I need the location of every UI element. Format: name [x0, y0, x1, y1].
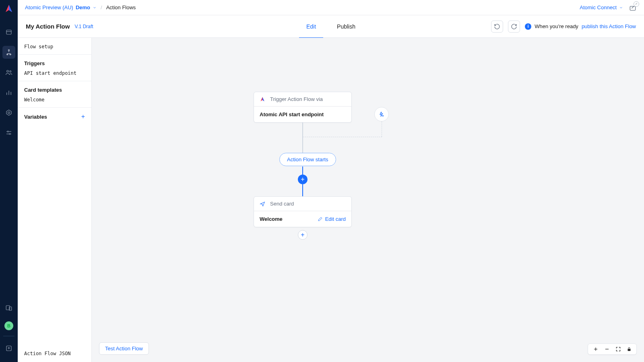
outline-triggers-title: Triggers [24, 60, 85, 66]
outline-cards: Card templates Welcome [18, 81, 91, 108]
connector-dash-vert [382, 121, 382, 137]
tab-edit[interactable]: Edit [306, 15, 316, 38]
tab-publish[interactable]: Publish [337, 15, 355, 38]
add-trigger-branch-button[interactable] [374, 107, 389, 121]
status-tray-button[interactable]: ✓ [629, 4, 637, 12]
node-trigger-head-label: Trigger Action Flow via [270, 96, 323, 102]
publish-hint: i When you're ready publish this Action … [525, 23, 636, 30]
nav-devices-icon[interactable] [2, 301, 15, 314]
user-avatar[interactable]: B [4, 321, 13, 330]
flow-title: My Action Flow [26, 23, 70, 30]
nav-flows-icon[interactable] [2, 46, 15, 59]
svg-marker-10 [6, 110, 11, 115]
connector-dash-horiz [303, 137, 382, 137]
check-icon: ✓ [634, 1, 639, 7]
zoom-controls [588, 343, 637, 355]
atomic-logo[interactable] [4, 4, 14, 14]
flow-starts-pill[interactable]: Action Flow starts [279, 153, 336, 166]
pencil-icon [318, 216, 323, 222]
undo-icon [494, 23, 500, 30]
zoom-out-button[interactable] [604, 346, 610, 352]
flow-version-badge[interactable]: V.1 Draft [74, 24, 93, 29]
node-send-card[interactable]: Send card Welcome Edit card [254, 196, 352, 227]
node-trigger-body-label: Atomic API start endpoint [260, 111, 324, 117]
atomic-connect-link[interactable]: Atomic Connect [580, 4, 623, 10]
svg-point-13 [7, 131, 8, 132]
flow-header: My Action Flow V.1 Draft Edit Publish i … [18, 15, 644, 38]
breadcrumb-sep: / [101, 4, 102, 10]
outline-flow-setup[interactable]: Flow setup [18, 38, 91, 55]
outline-triggers: Triggers API start endpoint [18, 55, 91, 81]
outline-flow-setup-label: Flow setup [24, 44, 53, 49]
nav-analytics-icon[interactable] [2, 86, 15, 99]
outline-json-link[interactable]: Action Flow JSON [18, 345, 91, 362]
avatar-initial: B [7, 323, 10, 328]
chevron-down-icon [93, 6, 97, 10]
edit-card-label: Edit card [325, 216, 346, 222]
connector-trigger-to-pill [302, 122, 303, 153]
outline-cards-title: Card templates [24, 87, 85, 93]
nav-settings-icon[interactable] [2, 106, 15, 119]
breadcrumb-bar: Atomic Preview (AU) Demo / Action Flows … [18, 0, 644, 15]
edit-card-link[interactable]: Edit card [318, 216, 346, 222]
org-env: Demo [76, 4, 90, 10]
org-switcher[interactable]: Atomic Preview (AU) Demo [25, 4, 97, 10]
chevron-down-icon [619, 6, 623, 10]
publish-flow-link[interactable]: publish this Action Flow [582, 23, 636, 29]
nav-cards-icon[interactable] [2, 26, 15, 39]
test-flow-button[interactable]: Test Action Flow [99, 342, 149, 355]
add-step-end-button[interactable]: + [298, 230, 308, 240]
svg-point-15 [9, 134, 10, 135]
zoom-in-button[interactable] [593, 346, 599, 352]
flow-tabs: Edit Publish [306, 15, 355, 38]
svg-point-11 [8, 112, 10, 114]
svg-point-2 [8, 49, 10, 51]
node-send-head-label: Send card [270, 201, 294, 207]
zoom-lock-button[interactable] [627, 346, 632, 352]
publish-hint-text: When you're ready [535, 23, 578, 29]
info-icon: i [525, 23, 531, 30]
outline-sidebar: Flow setup Triggers API start endpoint C… [18, 38, 92, 362]
outline-variables: Variables + [18, 108, 91, 125]
svg-point-6 [10, 71, 11, 72]
org-name: Atomic Preview (AU) [25, 4, 73, 10]
connector-plus-to-send [302, 184, 303, 196]
svg-rect-0 [6, 30, 11, 35]
nav-sliders-icon[interactable] [2, 126, 15, 139]
atomic-connect-label: Atomic Connect [580, 4, 617, 10]
send-icon [260, 201, 265, 207]
nav-users-icon[interactable] [2, 66, 15, 79]
zoom-fit-button[interactable] [615, 346, 621, 352]
nav-upload-icon[interactable] [2, 342, 15, 355]
outline-variables-title: Variables [24, 114, 47, 120]
rail-divider [3, 336, 14, 336]
outline-trigger-api[interactable]: API start endpoint [24, 70, 85, 76]
svg-rect-19 [630, 6, 635, 10]
node-trigger[interactable]: Trigger Action Flow via Atomic API start… [254, 92, 352, 123]
breadcrumb-page: Action Flows [106, 4, 136, 10]
redo-icon [511, 23, 517, 30]
svg-point-5 [7, 70, 9, 72]
flow-starts-label: Action Flow starts [287, 156, 328, 162]
redo-button[interactable] [508, 21, 520, 33]
node-send-body-label: Welcome [260, 216, 283, 222]
add-step-button[interactable]: + [298, 175, 308, 184]
atomic-mini-logo-icon [260, 97, 265, 102]
svg-rect-25 [628, 349, 631, 351]
bolt-plus-icon [378, 111, 385, 117]
nav-rail: B [0, 0, 18, 362]
add-variable-button[interactable]: + [81, 113, 85, 120]
undo-button[interactable] [491, 21, 503, 33]
flow-canvas[interactable]: Trigger Action Flow via Atomic API start… [92, 38, 644, 362]
outline-card-welcome[interactable]: Welcome [24, 97, 85, 103]
